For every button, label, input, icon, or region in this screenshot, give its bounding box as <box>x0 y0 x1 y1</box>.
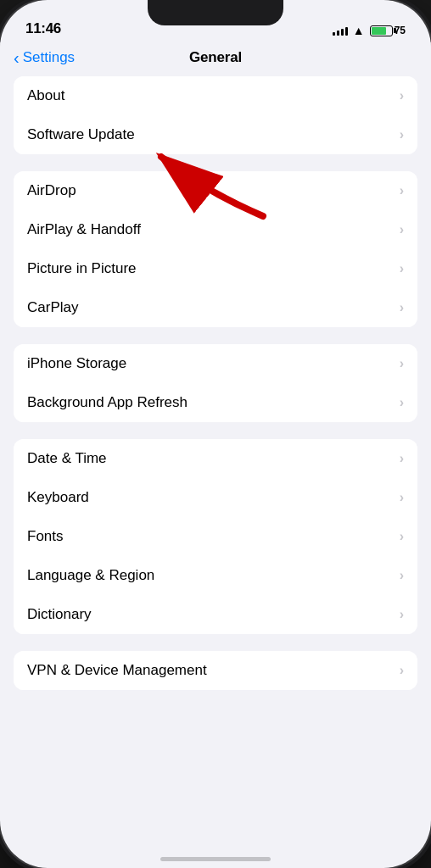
carplay-chevron-icon: › <box>400 300 404 315</box>
back-label: Settings <box>23 49 75 66</box>
dictionary-chevron-icon: › <box>400 607 404 622</box>
settings-item-iphone-storage[interactable]: iPhone Storage › <box>14 344 417 383</box>
settings-item-background-app-refresh[interactable]: Background App Refresh › <box>14 383 417 422</box>
battery-icon <box>370 25 393 36</box>
about-chevron-icon: › <box>400 88 404 103</box>
language-region-label: Language & Region <box>27 567 154 584</box>
fonts-chevron-icon: › <box>400 529 404 544</box>
airdrop-label: AirDrop <box>27 182 76 199</box>
notch <box>148 0 283 25</box>
battery-fill <box>372 27 386 35</box>
airplay-handoff-chevron-icon: › <box>400 222 404 237</box>
settings-item-date-time[interactable]: Date & Time › <box>14 439 417 478</box>
settings-content: About › Software Update › <box>0 76 431 724</box>
fonts-label: Fonts <box>27 528 64 545</box>
settings-item-language-region[interactable]: Language & Region › <box>14 556 417 595</box>
back-button[interactable]: ‹ Settings <box>14 49 75 66</box>
wifi-icon: ▲ <box>353 24 365 37</box>
page-title: General <box>189 49 242 66</box>
status-time: 11:46 <box>25 20 61 37</box>
settings-item-software-update[interactable]: Software Update › <box>14 115 417 154</box>
battery-percent: 75 <box>395 25 406 36</box>
back-chevron-icon: ‹ <box>14 49 20 66</box>
section-storage: iPhone Storage › Background App Refresh … <box>14 344 417 422</box>
settings-item-airplay-handoff[interactable]: AirPlay & Handoff › <box>14 210 417 249</box>
settings-item-fonts[interactable]: Fonts › <box>14 517 417 556</box>
date-time-label: Date & Time <box>27 450 107 467</box>
nav-header: ‹ Settings General <box>0 42 431 76</box>
language-region-chevron-icon: › <box>400 568 404 583</box>
phone-screen: 11:46 ▲ 75 ‹ S <box>0 0 431 868</box>
iphone-storage-label: iPhone Storage <box>27 355 126 372</box>
software-update-chevron-icon: › <box>400 127 404 142</box>
background-app-refresh-chevron-icon: › <box>400 395 404 410</box>
iphone-storage-chevron-icon: › <box>400 356 404 371</box>
airplay-handoff-label: AirPlay & Handoff <box>27 221 141 238</box>
settings-item-airdrop[interactable]: AirDrop › <box>14 171 417 210</box>
date-time-chevron-icon: › <box>400 451 404 466</box>
settings-item-carplay[interactable]: CarPlay › <box>14 288 417 327</box>
section-vpn: VPN & Device Management › <box>14 651 417 690</box>
section-top: About › Software Update › <box>14 76 417 154</box>
settings-item-vpn-device-management[interactable]: VPN & Device Management › <box>14 651 417 690</box>
section-regional: Date & Time › Keyboard › Fonts › Languag… <box>14 439 417 634</box>
settings-item-picture-in-picture[interactable]: Picture in Picture › <box>14 249 417 288</box>
picture-in-picture-chevron-icon: › <box>400 261 404 276</box>
software-update-label: Software Update <box>27 126 135 143</box>
vpn-device-management-label: VPN & Device Management <box>27 662 207 679</box>
carplay-label: CarPlay <box>27 299 78 316</box>
keyboard-label: Keyboard <box>27 489 89 506</box>
background-app-refresh-label: Background App Refresh <box>27 394 188 411</box>
settings-item-keyboard[interactable]: Keyboard › <box>14 478 417 517</box>
signal-icon <box>333 25 348 36</box>
status-icons: ▲ 75 <box>333 24 406 37</box>
about-label: About <box>27 87 64 104</box>
vpn-device-management-chevron-icon: › <box>400 663 404 678</box>
picture-in-picture-label: Picture in Picture <box>27 260 137 277</box>
airdrop-chevron-icon: › <box>400 183 404 198</box>
settings-item-dictionary[interactable]: Dictionary › <box>14 595 417 634</box>
section-connectivity: AirDrop › AirPlay & Handoff › Picture in… <box>14 171 417 327</box>
settings-item-about[interactable]: About › <box>14 76 417 115</box>
phone-frame: 11:46 ▲ 75 ‹ S <box>0 0 431 868</box>
keyboard-chevron-icon: › <box>400 490 404 505</box>
battery-indicator: 75 <box>370 25 406 36</box>
dictionary-label: Dictionary <box>27 606 92 623</box>
home-indicator[interactable] <box>160 857 271 861</box>
